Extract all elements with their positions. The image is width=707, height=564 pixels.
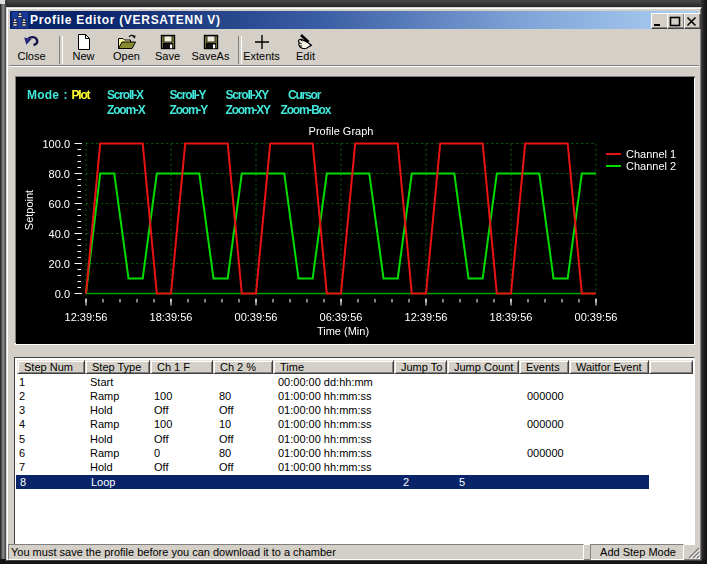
svg-text:Cursor: Cursor [288,88,322,102]
svg-text:Channel 2: Channel 2 [626,160,676,172]
svg-text:80.0: 80.0 [49,168,70,180]
svg-text:18:39:56: 18:39:56 [150,311,193,323]
svg-text:Scroll-XY: Scroll-XY [226,88,270,102]
svg-text:60.0: 60.0 [49,198,70,210]
svg-text:Zoom-X: Zoom-X [107,103,146,117]
svg-text:18:39:56: 18:39:56 [490,311,533,323]
svg-text:Zoom-XY: Zoom-XY [226,103,271,117]
svg-text:40.0: 40.0 [49,228,70,240]
svg-text:12:39:56: 12:39:56 [65,311,108,323]
svg-text:Profile Graph: Profile Graph [309,125,374,137]
svg-text::: : [64,88,67,102]
svg-text:Plot: Plot [72,88,91,102]
svg-text:Setpoint: Setpoint [23,190,35,230]
svg-text:06:39:56: 06:39:56 [320,311,363,323]
svg-text:20.0: 20.0 [49,258,70,270]
svg-text:Scroll-X: Scroll-X [107,88,144,102]
svg-text:Channel 1: Channel 1 [626,148,676,160]
svg-text:Time (Min): Time (Min) [317,325,369,337]
svg-text:00:39:56: 00:39:56 [575,311,618,323]
svg-text:Zoom-Box: Zoom-Box [281,103,332,117]
svg-text:12:39:56: 12:39:56 [405,311,448,323]
svg-text:00:39:56: 00:39:56 [235,311,278,323]
svg-text:Mode: Mode [27,88,59,102]
svg-text:Scroll-Y: Scroll-Y [170,88,207,102]
svg-text:100.0: 100.0 [42,138,70,150]
svg-text:Zoom-Y: Zoom-Y [170,103,209,117]
svg-text:0.0: 0.0 [55,288,70,300]
